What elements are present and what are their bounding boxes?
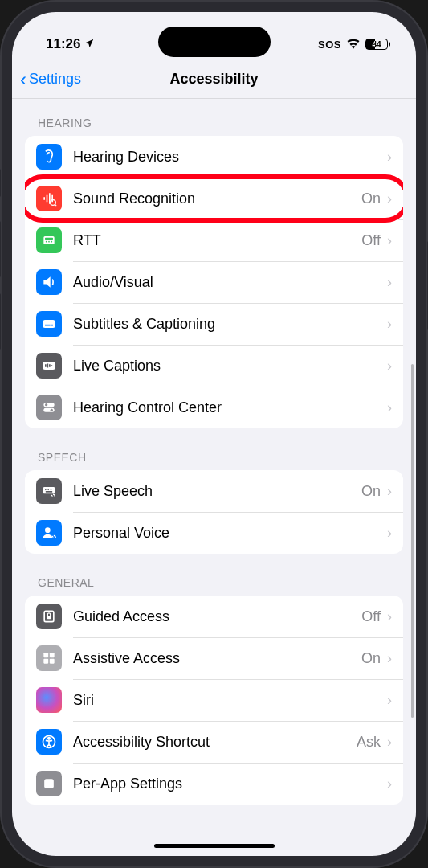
captions-icon — [36, 311, 62, 337]
group-hearing: Hearing Devices › Sound Recognition On › — [25, 136, 403, 428]
row-label: Audio/Visual — [73, 274, 387, 291]
row-guided-access[interactable]: Guided Access Off › — [25, 596, 403, 637]
row-label: Live Speech — [73, 483, 361, 500]
row-live-speech[interactable]: Live Speech On › — [25, 470, 403, 512]
row-label: Assistive Access — [73, 650, 361, 667]
row-subtitles[interactable]: Subtitles & Captioning › — [25, 303, 403, 345]
page-title: Accessibility — [169, 71, 258, 88]
chevron-right-icon: › — [387, 525, 392, 542]
svg-point-16 — [47, 489, 49, 491]
row-label: Subtitles & Captioning — [73, 316, 387, 333]
section-header-speech: SPEECH — [25, 428, 403, 470]
sos-indicator: SOS — [318, 39, 341, 51]
row-assistive-access[interactable]: Assistive Access On › — [25, 637, 403, 679]
scrollbar[interactable] — [411, 364, 414, 718]
svg-point-2 — [46, 241, 47, 243]
chevron-right-icon: › — [387, 650, 392, 667]
row-value: Ask — [357, 734, 381, 751]
svg-point-17 — [51, 489, 52, 491]
chevron-left-icon: ‹ — [20, 70, 26, 89]
svg-rect-23 — [50, 653, 55, 657]
row-live-captions[interactable]: Live Captions › — [25, 345, 403, 387]
home-indicator[interactable] — [154, 844, 275, 848]
svg-point-19 — [45, 527, 51, 533]
group-general: Guided Access Off › Assistive Access On … — [25, 596, 403, 805]
row-value: Off — [361, 608, 381, 625]
row-hearing-control[interactable]: Hearing Control Center › — [25, 387, 403, 428]
content-scroll[interactable]: HEARING Hearing Devices › Sound Recognit… — [12, 99, 416, 856]
section-header-general: GENERAL — [25, 554, 403, 596]
chevron-right-icon: › — [387, 692, 392, 709]
row-label: RTT — [73, 232, 361, 249]
row-audio-visual[interactable]: Audio/Visual › — [25, 261, 403, 303]
sound-wave-icon — [36, 186, 62, 211]
svg-point-28 — [48, 738, 51, 740]
chevron-right-icon: › — [387, 316, 392, 333]
ear-icon — [36, 144, 62, 170]
row-label: Per-App Settings — [73, 776, 387, 792]
location-icon — [84, 38, 95, 51]
app-icon — [36, 771, 62, 796]
tty-icon — [36, 227, 62, 253]
lock-screen-icon — [36, 604, 62, 629]
back-button[interactable]: ‹ Settings — [20, 70, 81, 89]
chevron-right-icon: › — [387, 776, 392, 792]
row-rtt[interactable]: RTT Off › — [25, 219, 403, 261]
row-label: Personal Voice — [73, 525, 387, 542]
row-value: On — [361, 650, 381, 667]
svg-rect-6 — [43, 320, 55, 328]
svg-point-15 — [45, 489, 47, 491]
svg-rect-8 — [51, 325, 54, 326]
toggles-icon — [36, 395, 62, 420]
row-personal-voice[interactable]: Personal Voice › — [25, 512, 403, 554]
siri-icon — [36, 687, 62, 713]
svg-point-3 — [48, 241, 50, 243]
row-label: Hearing Devices — [73, 149, 387, 166]
chevron-right-icon: › — [387, 608, 392, 625]
row-label: Guided Access — [73, 608, 361, 625]
svg-point-4 — [51, 241, 53, 243]
status-right: SOS 44 — [318, 38, 390, 51]
row-label: Live Captions — [73, 358, 387, 375]
keyboard-wave-icon — [36, 478, 62, 504]
svg-rect-7 — [45, 325, 51, 326]
volume-down-button — [0, 293, 1, 350]
person-wave-icon — [36, 520, 62, 546]
svg-rect-25 — [50, 659, 55, 664]
volume-up-button — [0, 221, 1, 277]
row-label: Accessibility Shortcut — [73, 734, 357, 751]
svg-rect-5 — [45, 238, 53, 240]
svg-rect-1 — [43, 236, 54, 244]
screen: 11:26 SOS 44 ‹ Settings Acc — [12, 12, 416, 856]
row-accessibility-shortcut[interactable]: Accessibility Shortcut Ask › — [25, 721, 403, 763]
status-time: 11:26 — [46, 36, 80, 52]
row-value: On — [361, 483, 381, 500]
nav-bar: ‹ Settings Accessibility — [12, 60, 416, 99]
row-sound-recognition[interactable]: Sound Recognition On › — [25, 178, 403, 219]
chevron-right-icon: › — [387, 483, 392, 500]
accessibility-icon — [36, 729, 62, 755]
chevron-right-icon: › — [387, 274, 392, 291]
row-per-app-settings[interactable]: Per-App Settings › — [25, 763, 403, 805]
svg-point-13 — [51, 409, 53, 411]
wifi-icon — [346, 38, 361, 51]
chevron-right-icon: › — [387, 734, 392, 751]
row-label: Hearing Control Center — [73, 399, 387, 416]
chevron-right-icon: › — [387, 232, 392, 249]
battery-icon: 44 — [365, 39, 390, 50]
chevron-right-icon: › — [387, 149, 392, 166]
chevron-right-icon: › — [387, 399, 392, 416]
row-siri[interactable]: Siri › — [25, 679, 403, 721]
svg-rect-21 — [47, 616, 51, 619]
grid-icon — [36, 645, 62, 671]
phone-frame: 11:26 SOS 44 ‹ Settings Acc — [0, 0, 428, 868]
row-hearing-devices[interactable]: Hearing Devices › — [25, 136, 403, 178]
row-value: On — [361, 190, 381, 207]
back-label: Settings — [29, 71, 81, 88]
svg-rect-22 — [43, 653, 48, 657]
svg-rect-24 — [43, 659, 48, 664]
svg-point-11 — [45, 403, 47, 406]
group-speech: Live Speech On › Personal Voice › — [25, 470, 403, 554]
status-left: 11:26 — [46, 36, 95, 52]
section-header-hearing: HEARING — [25, 99, 403, 136]
